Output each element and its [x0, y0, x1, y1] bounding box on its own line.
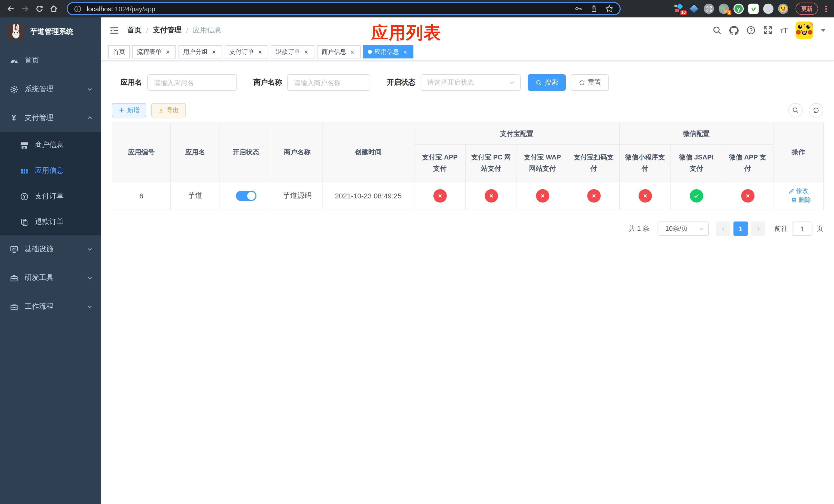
add-button[interactable]: 新增: [112, 103, 146, 117]
app-logo: [8, 24, 24, 40]
export-button[interactable]: 导出: [151, 103, 186, 117]
main-area: 首页 / 支付管理 / 应用信息 TT: [101, 18, 834, 504]
sidebar-item-system[interactable]: 系统管理: [0, 75, 101, 104]
chevron-down-icon: [509, 79, 515, 86]
tab-pay-orders[interactable]: 支付订单 ×: [225, 45, 268, 59]
browser-menu-icon[interactable]: [824, 4, 828, 13]
status-label: 开启状态: [387, 78, 415, 87]
extension-icon-silhouette[interactable]: [763, 4, 773, 14]
extension-icon-session[interactable]: 1: [719, 4, 729, 14]
sidebar-item-merchant-info[interactable]: 商户信息: [0, 132, 101, 158]
cell-alipay-pc: [465, 181, 517, 210]
font-size-icon[interactable]: TT: [781, 27, 788, 34]
tab-home[interactable]: 首页: [108, 45, 130, 59]
tags-view-bar: 首页 流程表单 × 用户分组 × 支付订单 × 退款订单 × 商户信息 ×: [101, 43, 834, 61]
close-icon[interactable]: ×: [257, 48, 264, 55]
site-info-icon[interactable]: [74, 5, 82, 13]
table-row: 6 芋道 芋道源码 2021-10-23 08:49:25: [112, 181, 824, 210]
sidebar-fold-icon[interactable]: [109, 25, 119, 35]
select-placeholder: 请选择开启状态: [427, 78, 474, 87]
extension-icon-y[interactable]: y: [733, 4, 744, 14]
close-icon[interactable]: ×: [303, 48, 310, 55]
reload-icon[interactable]: [35, 4, 44, 13]
browser-update-button[interactable]: 更新: [795, 3, 818, 15]
app-logo-row[interactable]: 芋道管理系统: [0, 18, 101, 46]
status-icon: [536, 189, 549, 202]
cell-operations: 修改 删除: [773, 181, 824, 210]
extension-icon-command[interactable]: [704, 4, 714, 14]
address-bar[interactable]: localhost:1024/pay/app: [67, 2, 621, 15]
reset-button[interactable]: 重置: [571, 74, 609, 91]
show-search-button[interactable]: [788, 103, 803, 117]
back-icon[interactable]: [6, 4, 15, 13]
close-icon[interactable]: ×: [402, 48, 409, 55]
help-icon[interactable]: [747, 26, 756, 35]
page-size-select[interactable]: 10条/页: [658, 222, 709, 236]
group-header-alipay: 支付宝配置: [414, 123, 619, 144]
download-icon: [158, 107, 164, 113]
status-icon: [638, 189, 652, 202]
status-select[interactable]: 请选择开启状态: [421, 74, 521, 91]
yen-circle-icon: [20, 192, 29, 201]
breadcrumb-payment[interactable]: 支付管理: [153, 26, 181, 35]
close-icon[interactable]: ×: [210, 48, 218, 55]
key-icon[interactable]: [574, 5, 583, 13]
app-name-input[interactable]: [147, 74, 237, 91]
cell-merchant: 芋道源码: [272, 181, 322, 210]
bookmark-star-icon[interactable]: [605, 5, 613, 13]
search-button[interactable]: 搜索: [528, 74, 566, 91]
close-icon[interactable]: ×: [164, 48, 171, 55]
merchant-name-input[interactable]: [287, 74, 370, 91]
close-icon[interactable]: ×: [349, 48, 356, 55]
github-icon[interactable]: [730, 26, 739, 35]
extension-icon-blocks[interactable]: 10: [674, 4, 684, 14]
tab-user-group[interactable]: 用户分组 ×: [178, 45, 222, 59]
tab-label: 商户信息: [322, 47, 346, 56]
caret-down-icon[interactable]: [821, 29, 826, 32]
tab-refund-orders[interactable]: 退款订单 ×: [271, 45, 314, 59]
avatar[interactable]: [795, 22, 813, 39]
sidebar-item-workflow[interactable]: 工作流程: [0, 292, 101, 321]
refresh-table-button[interactable]: [809, 103, 823, 117]
sidebar-item-refund-orders[interactable]: 退款订单: [0, 209, 101, 235]
page-annotation-title: 应用列表: [371, 22, 441, 45]
tab-merchant-info[interactable]: 商户信息 ×: [317, 45, 360, 59]
goto-page-input[interactable]: [792, 222, 812, 236]
extension-icon-gem[interactable]: [689, 4, 699, 14]
sidebar-item-pay-orders[interactable]: 支付订单: [0, 184, 101, 209]
sidebar-item-infrastructure[interactable]: 基础设施: [0, 235, 101, 264]
tab-process-form[interactable]: 流程表单 ×: [132, 45, 176, 59]
sidebar-item-app-info[interactable]: 应用信息: [0, 158, 101, 184]
tab-app-info[interactable]: 应用信息 ×: [363, 45, 413, 59]
breadcrumb-separator: /: [186, 26, 188, 35]
col-header-alipay-wap: 支付宝 WAP 网站支付: [517, 144, 568, 181]
breadcrumb-home[interactable]: 首页: [127, 26, 141, 35]
tab-label: 应用信息: [374, 47, 399, 56]
active-dot: [368, 50, 372, 54]
sidebar-item-dev-tools[interactable]: 研发工具: [0, 264, 101, 292]
delete-button[interactable]: 删除: [791, 196, 811, 204]
home-icon[interactable]: [49, 4, 59, 13]
merchant-name-label: 商户名称: [254, 78, 282, 87]
sidebar-item-payment[interactable]: ¥ 支付管理: [0, 104, 101, 132]
grid-icon: [20, 166, 29, 175]
fullscreen-icon[interactable]: [764, 26, 773, 35]
extension-icon-emoji[interactable]: [778, 4, 788, 14]
sidebar-item-home[interactable]: 首页: [0, 46, 101, 75]
page-1-button[interactable]: 1: [733, 222, 748, 236]
pagination: 共 1 条 10条/页 1 前往 页: [112, 222, 823, 236]
col-header-alipay-pc: 支付宝 PC 网站支付: [465, 144, 517, 181]
table-toolbar: 新增 导出: [112, 103, 823, 117]
edit-button[interactable]: 修改: [788, 187, 808, 196]
screen: localhost:1024/pay/app 10: [0, 0, 834, 504]
enabled-toggle[interactable]: [236, 190, 256, 201]
extension-icon-leaf[interactable]: [748, 4, 759, 14]
search-icon[interactable]: [713, 26, 722, 35]
share-icon[interactable]: [590, 5, 598, 13]
status-icon: [689, 189, 703, 202]
forward-icon[interactable]: [21, 4, 30, 13]
prev-page-button[interactable]: [716, 222, 730, 236]
next-page-button[interactable]: [751, 222, 765, 236]
col-header-merchant: 商户名称: [272, 123, 322, 181]
col-header-alipay-qr: 支付宝扫码支付: [568, 144, 619, 181]
